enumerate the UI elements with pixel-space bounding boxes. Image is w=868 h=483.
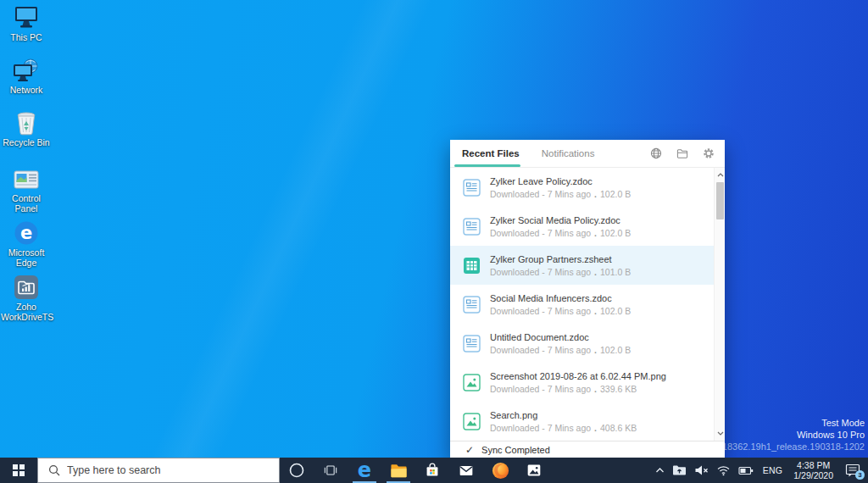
file-status: Downloaded - 7 Mins ago bbox=[490, 306, 591, 317]
desktop-icon-label: Network bbox=[10, 85, 43, 95]
file-status: Downloaded - 7 Mins ago bbox=[490, 384, 591, 395]
tray-wifi-icon[interactable] bbox=[716, 465, 731, 476]
open-folder-icon[interactable] bbox=[676, 147, 688, 159]
taskbar-app-cortana[interactable] bbox=[280, 458, 314, 483]
file-row[interactable]: Untitled Document.zdoc Downloaded - 7 Mi… bbox=[450, 324, 714, 363]
scrollbar[interactable] bbox=[714, 168, 725, 441]
workdrive-popup: Recent Files Notifications bbox=[450, 140, 725, 458]
firefox-icon bbox=[491, 461, 510, 480]
file-text: Zylker Group Partners.zsheet Downloaded … bbox=[490, 253, 631, 278]
file-meta: Downloaded - 7 Mins ago.102.0 B bbox=[490, 228, 631, 239]
this-pc-icon bbox=[13, 3, 40, 31]
file-size: 102.0 B bbox=[600, 189, 631, 200]
svg-text:e: e bbox=[20, 223, 32, 243]
file-meta: Downloaded - 7 Mins ago.102.0 B bbox=[490, 189, 631, 200]
edge-icon: e bbox=[14, 219, 39, 246]
image-file-icon bbox=[462, 412, 481, 430]
file-text: Search.png Downloaded - 7 Mins ago.408.6… bbox=[490, 409, 637, 434]
file-name: Zylker Group Partners.zsheet bbox=[490, 253, 631, 265]
file-status: Downloaded - 7 Mins ago bbox=[490, 228, 591, 239]
file-meta: Downloaded - 7 Mins ago.102.0 B bbox=[490, 345, 631, 356]
start-button[interactable] bbox=[0, 458, 37, 483]
cortana-icon bbox=[288, 462, 305, 479]
taskbar-search[interactable] bbox=[37, 458, 280, 483]
scrollbar-thumb[interactable] bbox=[716, 182, 724, 219]
file-size: 101.0 B bbox=[600, 267, 631, 278]
file-rows: Zylker Leave Policy.zdoc Downloaded - 7 … bbox=[450, 168, 714, 441]
file-meta: Downloaded - 7 Mins ago.101.0 B bbox=[490, 267, 631, 278]
mail-icon bbox=[457, 461, 476, 480]
tray-clock[interactable]: 4:38 PM 1/29/2020 bbox=[792, 460, 835, 480]
check-icon: ✓ bbox=[465, 445, 474, 455]
meta-dot: . bbox=[594, 228, 597, 239]
file-text: Social Media Infuencers.zdoc Downloaded … bbox=[490, 292, 631, 317]
desktop-icon-network[interactable]: Network bbox=[0, 56, 53, 95]
active-tab-underline bbox=[454, 164, 520, 167]
search-input[interactable] bbox=[67, 464, 253, 476]
file-text: Untitled Document.zdoc Downloaded - 7 Mi… bbox=[490, 331, 631, 356]
tray-chevron-up-icon[interactable] bbox=[655, 467, 665, 474]
tab-notifications[interactable]: Notifications bbox=[542, 148, 595, 158]
desktop-icon-recycle-bin[interactable]: Recycle Bin bbox=[0, 108, 53, 147]
file-size: 102.0 B bbox=[600, 306, 631, 317]
file-size: 102.0 B bbox=[600, 228, 631, 239]
desktop-icon-control-panel[interactable]: Control Panel bbox=[0, 164, 53, 214]
image-file-icon bbox=[462, 373, 481, 391]
tray-language-indicator[interactable]: ENG bbox=[761, 465, 785, 475]
tray-time: 4:38 PM bbox=[793, 460, 833, 470]
desktop: This PC Network Recycle Bin bbox=[0, 0, 868, 483]
file-row[interactable]: Zylker Group Partners.zsheet Downloaded … bbox=[450, 246, 714, 285]
file-meta: Downloaded - 7 Mins ago.408.6 KB bbox=[490, 423, 637, 434]
taskbar-app-file-explorer[interactable] bbox=[381, 458, 415, 483]
meta-dot: . bbox=[594, 306, 597, 317]
file-row[interactable]: Screenshot 2019-08-26 at 6.02.44 PM.png … bbox=[450, 363, 714, 402]
scroll-up-icon[interactable] bbox=[715, 169, 725, 180]
file-list: Zylker Leave Policy.zdoc Downloaded - 7 … bbox=[450, 168, 725, 441]
action-center-button[interactable]: 3 bbox=[843, 461, 863, 480]
notification-count-badge: 3 bbox=[855, 470, 865, 480]
file-status: Downloaded - 7 Mins ago bbox=[490, 189, 591, 200]
file-status: Downloaded - 7 Mins ago bbox=[490, 267, 591, 278]
popup-header: Recent Files Notifications bbox=[450, 140, 725, 168]
file-row[interactable]: Social Media Infuencers.zdoc Downloaded … bbox=[450, 285, 714, 324]
desktop-icon-label: Microsoft Edge bbox=[1, 247, 52, 268]
task-view-icon bbox=[321, 462, 340, 479]
svg-text:e: e bbox=[358, 460, 371, 480]
file-row[interactable]: Zylker Social Media Policy.zdoc Download… bbox=[450, 207, 714, 246]
gear-icon[interactable] bbox=[703, 147, 715, 159]
taskbar-app-mail[interactable] bbox=[449, 458, 483, 483]
file-row[interactable]: Search.png Downloaded - 7 Mins ago.408.6… bbox=[450, 402, 714, 441]
file-row[interactable]: Zylker Leave Policy.zdoc Downloaded - 7 … bbox=[450, 168, 714, 207]
zdoc-file-icon bbox=[462, 334, 481, 353]
file-name: Social Media Infuencers.zdoc bbox=[490, 292, 631, 304]
desktop-icon-microsoft-edge[interactable]: e Microsoft Edge bbox=[0, 219, 53, 268]
taskbar-app-store[interactable] bbox=[415, 458, 449, 483]
taskbar-app-firefox[interactable] bbox=[483, 458, 517, 483]
file-meta: Downloaded - 7 Mins ago.102.0 B bbox=[490, 306, 631, 317]
taskbar-app-edge[interactable]: e bbox=[348, 458, 381, 483]
sync-status-bar: ✓ Sync Completed bbox=[450, 441, 725, 458]
meta-dot: . bbox=[594, 189, 597, 200]
file-text: Zylker Social Media Policy.zdoc Download… bbox=[490, 214, 631, 239]
tray-workdrive-folder-icon[interactable] bbox=[672, 464, 687, 476]
desktop-icon-this-pc[interactable]: This PC bbox=[0, 3, 53, 42]
windows-logo-icon bbox=[13, 464, 25, 476]
file-name: Zylker Leave Policy.zdoc bbox=[490, 175, 631, 187]
microsoft-store-icon bbox=[423, 461, 442, 480]
desktop-icon-zoho-workdrive[interactable]: Zoho WorkDriveTS bbox=[0, 273, 53, 322]
meta-dot: . bbox=[594, 384, 597, 395]
tray-battery-icon[interactable] bbox=[738, 466, 754, 475]
tab-recent-files[interactable]: Recent Files bbox=[462, 148, 520, 158]
taskbar-app-task-view[interactable] bbox=[314, 458, 348, 483]
globe-icon[interactable] bbox=[650, 147, 662, 159]
recycle-bin-icon bbox=[15, 108, 37, 136]
desktop-icon-label: Recycle Bin bbox=[3, 137, 49, 147]
taskbar-app-photos[interactable] bbox=[517, 458, 551, 483]
file-status: Downloaded - 7 Mins ago bbox=[490, 345, 591, 356]
scroll-down-icon[interactable] bbox=[715, 428, 725, 439]
file-size: 102.0 B bbox=[600, 345, 631, 356]
network-icon bbox=[12, 56, 41, 83]
file-name: Zylker Social Media Policy.zdoc bbox=[490, 214, 631, 226]
tray-volume-muted-icon[interactable] bbox=[694, 464, 709, 476]
meta-dot: . bbox=[594, 345, 597, 356]
